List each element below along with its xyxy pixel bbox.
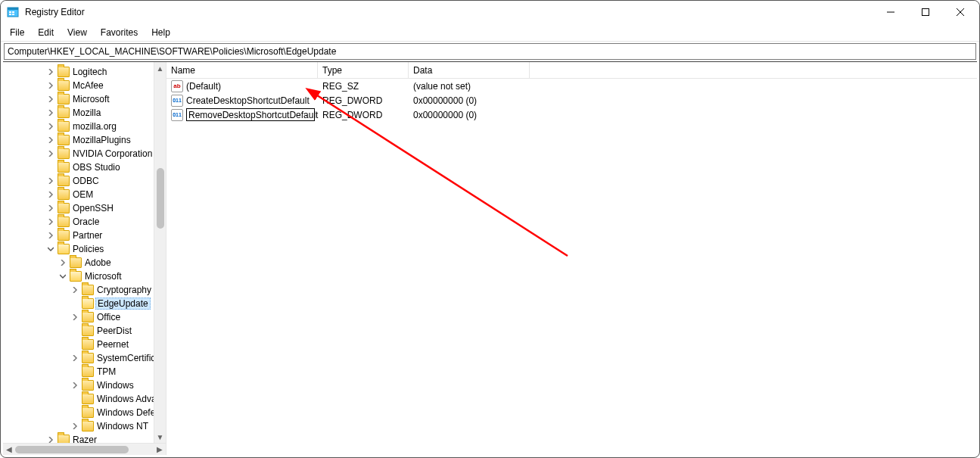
folder-icon bbox=[58, 230, 70, 241]
chevron-right-icon[interactable] bbox=[45, 189, 56, 200]
chevron-right-icon[interactable] bbox=[45, 435, 56, 443]
close-button[interactable] bbox=[943, 1, 978, 23]
tree-item[interactable]: Partner bbox=[3, 229, 166, 242]
tree-item[interactable]: PeerDist bbox=[3, 324, 166, 338]
tree-item[interactable]: NVIDIA Corporation bbox=[3, 147, 166, 160]
scroll-right-icon[interactable]: ▶ bbox=[154, 444, 166, 456]
menu-help[interactable]: Help bbox=[145, 26, 176, 39]
tree-item[interactable]: Windows NT bbox=[3, 419, 166, 433]
chevron-right-icon[interactable] bbox=[45, 107, 56, 118]
chevron-right-icon[interactable] bbox=[45, 176, 56, 186]
chevron-right-icon[interactable] bbox=[45, 203, 56, 213]
tree-item[interactable]: Adobe bbox=[3, 256, 166, 270]
tree-item[interactable]: McAfee bbox=[3, 79, 166, 92]
chevron-right-icon[interactable] bbox=[45, 148, 56, 159]
tree-item-label: Logitech bbox=[73, 67, 107, 77]
minimize-button[interactable] bbox=[873, 1, 908, 23]
chevron-right-icon[interactable] bbox=[45, 67, 56, 77]
tree-item-label: Office bbox=[97, 312, 120, 322]
tree-item[interactable]: Cryptography bbox=[3, 283, 166, 297]
tree-item[interactable]: Logitech bbox=[3, 65, 166, 79]
maximize-button[interactable] bbox=[908, 1, 943, 23]
value-data: 0x00000000 (0) bbox=[409, 110, 590, 120]
address-bar[interactable]: Computer\HKEY_LOCAL_MACHINE\SOFTWARE\Pol… bbox=[4, 43, 976, 60]
titlebar[interactable]: Registry Editor bbox=[1, 1, 979, 23]
tree-item[interactable]: Microsoft bbox=[3, 270, 166, 283]
values-pane: Name Type Data ab(Default)REG_SZ(value n… bbox=[166, 62, 977, 455]
folder-icon bbox=[58, 94, 70, 104]
folder-icon bbox=[58, 135, 70, 145]
chevron-right-icon[interactable] bbox=[58, 257, 68, 268]
tree-item[interactable]: SystemCertificates bbox=[3, 351, 166, 365]
string-value-icon: ab bbox=[171, 80, 183, 92]
tree-item[interactable]: Policies bbox=[3, 242, 166, 256]
scroll-thumb[interactable] bbox=[15, 446, 129, 453]
column-data[interactable]: Data bbox=[409, 62, 530, 78]
chevron-right-icon[interactable] bbox=[45, 94, 56, 104]
chevron-right-icon[interactable] bbox=[70, 421, 80, 432]
tree-item[interactable]: ODBC bbox=[3, 174, 166, 188]
svg-rect-1 bbox=[8, 8, 18, 10]
column-name[interactable]: Name bbox=[166, 62, 318, 78]
tree-item[interactable]: TPM bbox=[3, 365, 166, 379]
tree-vertical-scrollbar[interactable]: ▲ ▼ bbox=[154, 62, 166, 443]
chevron-right-icon[interactable] bbox=[45, 135, 56, 145]
tree-item[interactable]: OBS Studio bbox=[3, 160, 166, 174]
chevron-down-icon[interactable] bbox=[45, 244, 56, 254]
tree-item[interactable]: mozilla.org bbox=[3, 120, 166, 133]
tree-item[interactable]: Mozilla bbox=[3, 106, 166, 120]
chevron-right-icon[interactable] bbox=[45, 217, 56, 227]
column-type[interactable]: Type bbox=[318, 62, 409, 78]
chevron-right-icon[interactable] bbox=[45, 121, 56, 132]
value-row[interactable]: 011RemoveDesktopShortcutDefaultREG_DWORD… bbox=[166, 107, 977, 122]
folder-icon bbox=[82, 353, 94, 363]
tree-item[interactable]: MozillaPlugins bbox=[3, 133, 166, 147]
scroll-up-icon[interactable]: ▲ bbox=[154, 62, 166, 74]
tree-item[interactable]: OEM bbox=[3, 188, 166, 201]
chevron-right-icon[interactable] bbox=[45, 230, 56, 241]
tree-item-label: TPM bbox=[97, 366, 116, 377]
tree-item[interactable]: Razer bbox=[3, 433, 166, 443]
tree-item[interactable]: Windows Advanced Threat Protection bbox=[3, 392, 166, 406]
value-name: CreateDesktopShortcutDefault bbox=[186, 95, 310, 106]
menu-favorites[interactable]: Favorites bbox=[95, 26, 144, 39]
folder-icon bbox=[58, 189, 70, 200]
menu-file[interactable]: File bbox=[4, 26, 30, 39]
chevron-right-icon[interactable] bbox=[45, 80, 56, 91]
chevron-down-icon[interactable] bbox=[58, 271, 68, 282]
value-type: REG_DWORD bbox=[318, 110, 409, 120]
tree-item[interactable]: Microsoft bbox=[3, 92, 166, 106]
tree-item-label: Razer bbox=[73, 435, 97, 443]
chevron-right-icon[interactable] bbox=[70, 285, 80, 295]
folder-icon bbox=[58, 244, 70, 254]
value-name-edit[interactable]: RemoveDesktopShortcutDefault bbox=[186, 108, 315, 121]
chevron-right-icon[interactable] bbox=[70, 312, 80, 322]
menu-edit[interactable]: Edit bbox=[32, 26, 60, 39]
value-rows[interactable]: ab(Default)REG_SZ(value not set)011Creat… bbox=[166, 79, 977, 455]
tree-item[interactable]: Windows bbox=[3, 379, 166, 392]
tree-item-label: Peernet bbox=[97, 339, 129, 350]
tree-item[interactable]: Windows Defender bbox=[3, 406, 166, 419]
value-name: (Default) bbox=[186, 81, 221, 92]
chevron-right-icon[interactable] bbox=[70, 380, 80, 391]
chevron-right-icon[interactable] bbox=[70, 353, 80, 363]
folder-icon bbox=[58, 148, 70, 159]
tree-item[interactable]: Oracle bbox=[3, 215, 166, 229]
tree-item[interactable]: EdgeUpdate bbox=[3, 297, 166, 310]
value-row[interactable]: ab(Default)REG_SZ(value not set) bbox=[166, 79, 977, 93]
window-controls bbox=[873, 1, 978, 23]
scroll-down-icon[interactable]: ▼ bbox=[154, 431, 166, 443]
menu-view[interactable]: View bbox=[61, 26, 93, 39]
tree-item[interactable]: Office bbox=[3, 310, 166, 324]
value-data: 0x00000000 (0) bbox=[409, 95, 590, 106]
tree-item[interactable]: OpenSSH bbox=[3, 201, 166, 215]
scroll-thumb[interactable] bbox=[157, 168, 164, 229]
tree-item-label: Microsoft bbox=[73, 94, 110, 104]
scroll-left-icon[interactable]: ◀ bbox=[3, 444, 15, 456]
tree-horizontal-scrollbar[interactable]: ◀ ▶ bbox=[3, 443, 166, 455]
tree-item-label: EdgeUpdate bbox=[95, 298, 151, 310]
tree-item-label: OpenSSH bbox=[73, 203, 114, 213]
tree-item[interactable]: Peernet bbox=[3, 338, 166, 351]
value-row[interactable]: 011CreateDesktopShortcutDefaultREG_DWORD… bbox=[166, 93, 977, 107]
registry-tree[interactable]: LogitechMcAfeeMicrosoftMozillamozilla.or… bbox=[3, 62, 166, 443]
